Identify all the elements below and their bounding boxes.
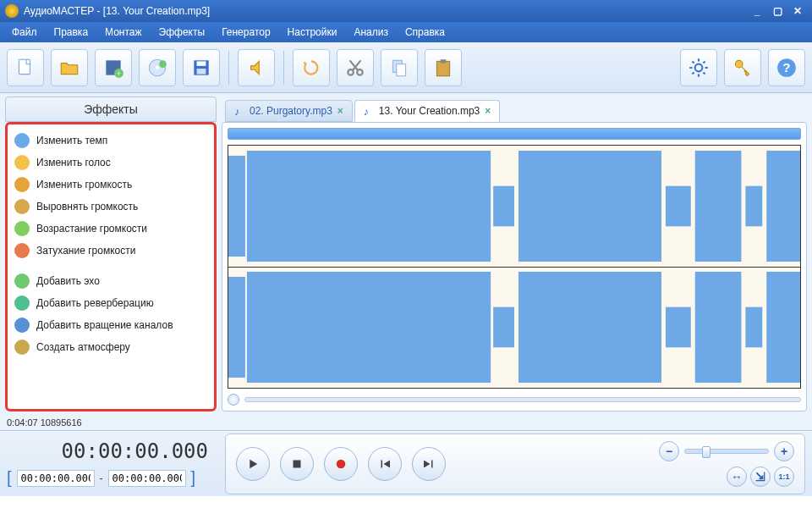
menu-edit[interactable]: Правка <box>47 25 96 40</box>
effect-label: Создать атмосферу <box>36 341 130 353</box>
transport-panel: − + ↔ ⇲ 1:1 <box>225 433 805 494</box>
echo-icon <box>14 273 30 289</box>
voice-effect-button[interactable] <box>238 49 275 86</box>
effect-reverb[interactable]: Добавить реверберацию <box>11 292 211 314</box>
effect-voice[interactable]: Изменить голос <box>11 152 211 174</box>
menu-help[interactable]: Справка <box>398 25 452 40</box>
zoom-slider[interactable] <box>684 449 769 454</box>
voice-icon <box>14 155 30 170</box>
zoom-extra: ↔ ⇲ 1:1 <box>727 467 794 487</box>
svg-rect-22 <box>493 186 514 227</box>
prev-button[interactable] <box>368 447 402 481</box>
zoom-controls: − + <box>659 441 794 461</box>
menu-file[interactable]: Файл <box>5 25 44 40</box>
menu-generator[interactable]: Генератор <box>215 25 277 40</box>
save-button[interactable] <box>183 49 220 86</box>
effect-volume[interactable]: Изменить громкость <box>11 174 211 196</box>
svg-rect-14 <box>436 61 449 75</box>
effect-tempo[interactable]: Изменить темп <box>11 130 211 152</box>
waveform-top <box>228 146 800 267</box>
menu-analysis[interactable]: Анализ <box>347 25 395 40</box>
effect-fade-out[interactable]: Затухание громкости <box>11 240 211 262</box>
zoom-out-button[interactable]: − <box>659 441 679 461</box>
tab-purgatory[interactable]: ♪ 02. Purgatory.mp3 × <box>225 100 353 122</box>
effect-label: Добавить эхо <box>36 275 100 287</box>
play-button[interactable] <box>236 447 270 481</box>
horizontal-scrollbar[interactable] <box>228 394 801 406</box>
main-area: ♪ 02. Purgatory.mp3 × ♪ 13. Your Creatio… <box>222 97 807 411</box>
copy-button[interactable] <box>381 49 418 86</box>
key-button[interactable] <box>724 49 761 86</box>
open-file-button[interactable] <box>51 49 88 86</box>
svg-rect-9 <box>197 69 206 75</box>
zoom-in-button[interactable]: + <box>774 441 794 461</box>
maximize-button[interactable]: ▢ <box>768 4 787 18</box>
minimize-button[interactable]: _ <box>748 4 766 18</box>
music-icon: ♪ <box>364 106 374 116</box>
svg-rect-26 <box>745 186 762 227</box>
status-bar: 0:04:07 10895616 <box>0 415 812 430</box>
app-icon <box>5 4 19 18</box>
key-icon <box>732 57 754 79</box>
svg-rect-27 <box>766 151 800 262</box>
menubar: Файл Правка Монтаж Эффекты Генератор Нас… <box>0 22 812 42</box>
cd-button[interactable] <box>139 49 176 86</box>
svg-text:+: + <box>117 69 121 77</box>
svg-rect-31 <box>518 272 661 383</box>
time-from-input[interactable] <box>17 470 95 487</box>
record-button[interactable] <box>324 447 358 481</box>
effect-pan-rotate[interactable]: Добавить вращение каналов <box>11 314 211 336</box>
gear-icon <box>688 57 710 79</box>
stop-button[interactable] <box>280 447 314 481</box>
undo-button[interactable] <box>293 49 330 86</box>
settings-button[interactable] <box>680 49 717 86</box>
waveform-editor <box>222 122 807 411</box>
svg-rect-32 <box>666 307 691 348</box>
close-button[interactable]: ✕ <box>788 4 807 18</box>
sidebar: Эффекты Изменить темп Изменить голос Изм… <box>5 97 217 411</box>
atmosphere-icon <box>14 340 30 355</box>
tab-your-creation[interactable]: ♪ 13. Your Creation.mp3 × <box>354 100 500 122</box>
play-icon <box>245 456 261 472</box>
effect-atmosphere[interactable]: Создать атмосферу <box>11 336 211 358</box>
effect-fade-in[interactable]: Возрастание громкости <box>11 218 211 240</box>
zoom-knob[interactable] <box>702 446 710 458</box>
overview-bar[interactable] <box>228 128 801 140</box>
cut-button[interactable] <box>337 49 374 86</box>
music-icon: ♪ <box>234 106 244 116</box>
zoom-fit-h-button[interactable]: ↔ <box>727 467 747 487</box>
scroll-track[interactable] <box>244 397 801 402</box>
record-icon <box>333 456 348 472</box>
paste-button[interactable] <box>425 49 462 86</box>
help-button[interactable]: ? <box>768 49 805 86</box>
menu-montage[interactable]: Монтаж <box>98 25 149 40</box>
svg-rect-29 <box>247 272 491 383</box>
menu-effects[interactable]: Эффекты <box>152 25 212 40</box>
tab-label: 13. Your Creation.mp3 <box>379 105 480 117</box>
time-to-input[interactable] <box>108 470 186 487</box>
svg-text:?: ? <box>782 60 790 75</box>
clock-icon <box>14 133 30 148</box>
video-button[interactable]: + <box>95 49 132 86</box>
svg-point-5 <box>156 65 159 69</box>
effect-echo[interactable]: Добавить эхо <box>11 270 211 292</box>
tab-close-button[interactable]: × <box>485 105 491 117</box>
waveform-canvas[interactable] <box>228 145 801 389</box>
svg-point-6 <box>159 60 167 68</box>
next-button[interactable] <box>412 447 446 481</box>
effect-label: Затухание громкости <box>36 245 135 257</box>
zoom-sel-button[interactable]: ⇲ <box>750 467 771 487</box>
svg-rect-35 <box>766 272 800 383</box>
time-sep: - <box>100 472 103 484</box>
tab-close-button[interactable]: × <box>337 105 343 117</box>
zoom-1to1-button[interactable]: 1:1 <box>774 467 794 487</box>
menu-settings[interactable]: Настройки <box>281 25 344 40</box>
time-panel: 00:00:00.000 [ - ] <box>7 439 218 488</box>
effect-normalize[interactable]: Выровнять громкость <box>11 196 211 218</box>
svg-rect-15 <box>441 59 447 63</box>
svg-rect-13 <box>397 64 406 75</box>
svg-point-17 <box>735 60 743 68</box>
new-file-button[interactable] <box>7 49 44 86</box>
svg-rect-33 <box>695 272 742 383</box>
scroll-thumb[interactable] <box>228 394 239 406</box>
